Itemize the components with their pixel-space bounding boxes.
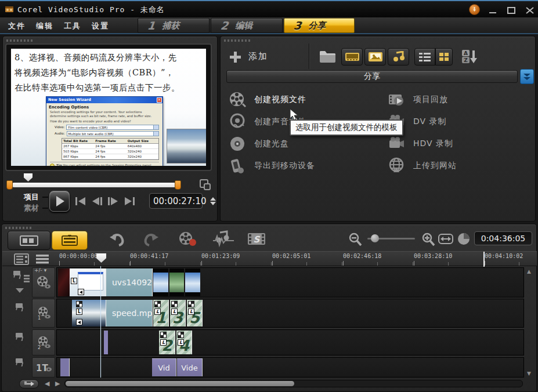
enlarge-preview-icon[interactable] [199, 179, 212, 194]
menu-edit[interactable]: 编辑 [36, 21, 53, 31]
option-create-disc[interactable]: 创建光盘 [229, 135, 289, 153]
timeline-zoom-slider[interactable] [367, 238, 415, 239]
option-create-video-file[interactable]: 创建视频文件 [229, 91, 306, 108]
timeline-clip[interactable]: 3 L [170, 300, 186, 326]
swap-track-button[interactable] [19, 379, 39, 389]
timeline-clip[interactable]: 1 L [153, 300, 169, 326]
panel-grip[interactable] [5, 227, 32, 229]
timeline-clip[interactable] [169, 268, 184, 296]
go-to-end-button[interactable] [122, 196, 136, 206]
scroll-left-arrow[interactable]: ◀ [45, 380, 49, 387]
timeline-clip[interactable] [185, 268, 200, 296]
timeline-clip[interactable]: uvs14092 [106, 268, 153, 296]
preview-timecode[interactable]: 00:00:27:10 [149, 193, 203, 209]
title-track-icon: 1T [35, 362, 52, 373]
play-button[interactable] [49, 191, 70, 212]
preview-panel: 8、选择视、音频的码流及分辨率大小，先 将视频选择为“电影内容视频（CBR）”，… [2, 36, 218, 222]
project-mode-label[interactable]: 项目 [24, 192, 39, 202]
close-button[interactable] [523, 6, 536, 14]
filmstrip-icon [345, 52, 360, 62]
sort-az-icon: A Z [460, 48, 479, 66]
video-track-content[interactable]: L uvs14092 [56, 267, 524, 297]
preview-position-marker[interactable] [24, 173, 33, 182]
panel-grip[interactable] [224, 39, 251, 42]
title-track-header[interactable]: 1T [32, 357, 55, 378]
fit-project-in-window-button[interactable] [438, 233, 453, 247]
storyboard-view-button[interactable] [8, 231, 50, 250]
timeline-clip[interactable]: 4 L [176, 331, 192, 354]
option-upload-to-website[interactable]: 上传到网站 [388, 157, 457, 175]
go-to-start-button[interactable] [74, 196, 88, 206]
playhead-line[interactable] [100, 266, 101, 378]
option-hdv-record[interactable]: HDV 录制 [388, 135, 453, 153]
sort-button[interactable]: A Z [460, 48, 479, 66]
menu-settings[interactable]: 设置 [92, 21, 109, 31]
timeline-clip[interactable]: Vide [177, 358, 203, 376]
timeline-clip[interactable]: Vid [152, 358, 176, 376]
minimize-button[interactable] [486, 6, 499, 14]
track-add-remove-tools[interactable]: +/- ▾ [34, 267, 46, 273]
timeline-clip[interactable]: 2 L [159, 331, 175, 354]
timeline-clip[interactable] [60, 358, 70, 376]
timeline-clip[interactable] [153, 268, 168, 296]
step-tab-edit[interactable]: 2 编辑 [211, 18, 283, 33]
filter-video-button[interactable] [341, 48, 363, 66]
record-capture-button[interactable] [177, 230, 198, 250]
redo-button[interactable] [142, 231, 160, 250]
timeline-horizontal-scrollbar[interactable] [64, 380, 523, 387]
trim-end-handle[interactable] [175, 180, 181, 190]
next-frame-button[interactable] [106, 196, 120, 206]
timeline-clip[interactable] [104, 331, 108, 354]
filter-image-button[interactable] [364, 48, 386, 66]
list-view-button[interactable] [414, 48, 435, 66]
step-tab-capture[interactable]: 1 捕获 [138, 18, 210, 33]
browse-folder-icon[interactable] [318, 48, 338, 67]
track-list-icon[interactable] [35, 253, 50, 267]
option-export-mobile-device[interactable]: 导出到移动设备 [229, 157, 315, 175]
overlay-track-2-content[interactable]: 2 L 4 L [56, 329, 524, 355]
sound-mixer-button[interactable] [212, 230, 235, 250]
timeline-clip[interactable]: speed.mp [106, 300, 153, 326]
overlay-track-1-header[interactable]: 1 [32, 299, 55, 328]
menu-file[interactable]: 文件 [8, 21, 26, 31]
horizontal-scroll-thumb[interactable] [66, 381, 294, 386]
clip-mode-label[interactable]: 素材 [24, 203, 39, 213]
timecode-spinner[interactable] [210, 197, 216, 205]
track-manager-icon[interactable] [14, 253, 29, 267]
maximize-button[interactable] [505, 6, 518, 14]
project-duration-icon[interactable] [457, 232, 471, 248]
overlay-track-2-header[interactable]: 2 [32, 329, 55, 355]
undo-button[interactable] [109, 231, 126, 250]
menu-tools[interactable]: 工具 [64, 21, 81, 31]
thumbnail-view-button[interactable] [435, 48, 453, 66]
title-track-content[interactable]: Vid Vide [56, 357, 524, 378]
filter-audio-button[interactable] [388, 48, 409, 66]
smart-proxy-button[interactable]: S [247, 230, 270, 250]
timeline-view-button[interactable] [52, 231, 88, 250]
trim-bar[interactable] [12, 183, 178, 187]
timeline-clip[interactable] [58, 268, 70, 296]
overlay-track-1-content[interactable]: L speed.mp 1 L 3 L 5 L [56, 299, 524, 328]
zoom-slider-thumb[interactable] [371, 234, 379, 242]
trim-start-handle[interactable] [6, 180, 13, 190]
ruler-scale[interactable]: 00:00:00:00 00:00:41:17 00:01:23:09 00:0… [57, 252, 531, 266]
option-project-playback[interactable]: 项目回放 [388, 91, 448, 108]
update-badge-icon[interactable] [469, 4, 480, 15]
timeline-vertical-scrollbar[interactable]: ▲ ▼ [525, 267, 533, 378]
expand-tracks-chevron[interactable] [16, 288, 24, 293]
step-tab-share[interactable]: 3 分享 [284, 18, 355, 33]
zoom-in-button[interactable] [421, 232, 436, 249]
collapse-panel-button[interactable] [520, 69, 534, 84]
audio-file-icon [229, 113, 246, 130]
panel-grip[interactable] [6, 39, 33, 42]
timeline-clip[interactable]: 5 L [187, 300, 203, 326]
previous-frame-button[interactable] [90, 196, 104, 206]
ripple-edit-icon[interactable] [23, 274, 31, 284]
timeline-ruler[interactable]: 00:00:00:00 00:00:41:17 00:01:23:09 00:0… [2, 251, 537, 266]
scroll-down-arrow[interactable]: ▼ [527, 371, 531, 376]
scroll-right-arrow[interactable]: ▶ [55, 380, 60, 387]
share-section-header[interactable]: 分享 [226, 70, 518, 83]
zoom-out-button[interactable] [348, 232, 363, 249]
scroll-up-arrow[interactable]: ▲ [527, 268, 531, 274]
add-button[interactable]: 添加 [229, 49, 298, 67]
